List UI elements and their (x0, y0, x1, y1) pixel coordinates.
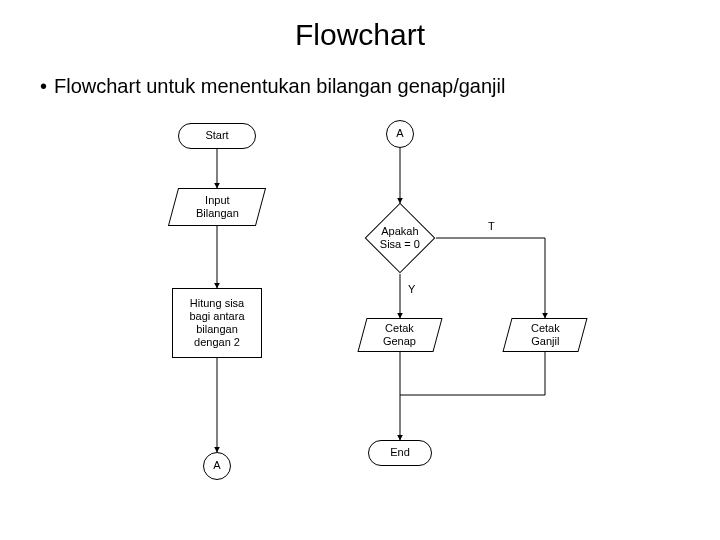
page-title: Flowchart (0, 18, 720, 52)
cetak-genap-parallelogram: Cetak Genap (357, 318, 442, 352)
end-terminator: End (368, 440, 432, 466)
end-label: End (390, 446, 410, 459)
bullet-label: Flowchart untuk menentukan bilangan gena… (54, 75, 505, 97)
branch-true-label: T (488, 220, 495, 232)
decision-diamond: Apakah Sisa = 0 (365, 203, 436, 274)
cetak-ganjil-parallelogram: Cetak Ganjil (502, 318, 587, 352)
input-label: Input Bilangan (196, 194, 239, 220)
process-box: Hitung sisa bagi antara bilangan dengan … (172, 288, 262, 358)
connector-a-top-label: A (396, 127, 403, 140)
input-parallelogram: Input Bilangan (168, 188, 266, 226)
branch-yes-label: Y (408, 283, 415, 295)
decision-label: Apakah Sisa = 0 (376, 225, 424, 251)
cetak-genap-label: Cetak Genap (383, 322, 416, 348)
connector-a-bottom-label: A (213, 459, 220, 472)
bullet-text: •Flowchart untuk menentukan bilangan gen… (40, 75, 505, 98)
connector-a-bottom: A (203, 452, 231, 480)
process-label: Hitung sisa bagi antara bilangan dengan … (189, 297, 244, 350)
start-label: Start (205, 129, 228, 142)
connector-a-top: A (386, 120, 414, 148)
start-terminator: Start (178, 123, 256, 149)
cetak-ganjil-label: Cetak Ganjil (531, 322, 560, 348)
